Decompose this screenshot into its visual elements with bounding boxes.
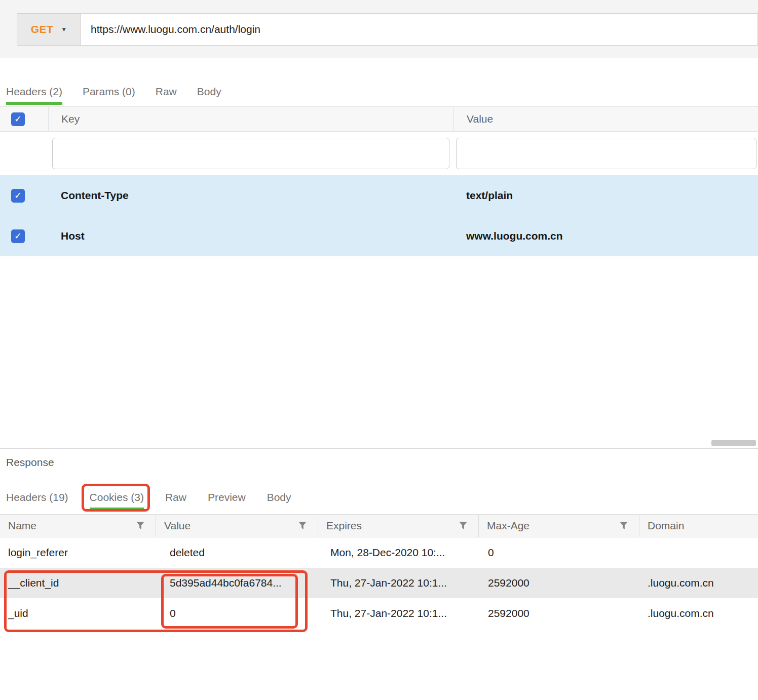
table-row[interactable]: __client_id 5d395ad44bc0fa6784... Thu, 2…	[0, 568, 758, 598]
header-key: Content-Type	[48, 189, 453, 202]
header-key: Host	[48, 230, 453, 242]
cookies-table: Name Value Expires Max-Age Domain login_…	[0, 514, 758, 629]
domain-column-header: Domain	[648, 520, 684, 532]
cookie-domain: .luogu.com.cn	[639, 607, 758, 619]
checkmark-icon: ✓	[14, 231, 22, 241]
tab-response-preview[interactable]: Preview	[208, 491, 246, 510]
cookies-table-header: Name Value Expires Max-Age Domain	[0, 514, 758, 537]
table-row[interactable]: ✓ Content-Type text/plain	[0, 175, 758, 216]
row-checkbox[interactable]: ✓	[11, 189, 25, 203]
horizontal-scrollbar-thumb[interactable]	[711, 440, 756, 446]
value-column-header: Value	[164, 520, 191, 532]
headers-filter-row	[0, 132, 758, 175]
request-headers-table: ✓ Key Value ✓ Content-Type text/plain	[0, 106, 758, 256]
tab-response-headers[interactable]: Headers (19)	[6, 491, 68, 510]
cookie-domain: .luogu.com.cn	[639, 577, 758, 589]
key-column-header: Key	[48, 107, 453, 131]
cookie-expires: Mon, 28-Dec-2020 10:...	[318, 547, 479, 559]
url-input[interactable]	[81, 13, 758, 46]
filter-icon[interactable]	[136, 522, 144, 530]
tab-params[interactable]: Params (0)	[83, 86, 135, 104]
table-row[interactable]: _uid 0 Thu, 27-Jan-2022 10:1... 2592000 …	[0, 598, 758, 629]
filter-icon[interactable]	[298, 522, 307, 530]
pane-splitter[interactable]	[0, 448, 758, 449]
cookie-name: _uid	[0, 607, 156, 619]
key-filter-input[interactable]	[52, 138, 449, 169]
max-age-column-header: Max-Age	[487, 520, 529, 532]
tab-response-cookies[interactable]: Cookies (3)	[90, 491, 144, 511]
value-column-header: Value	[453, 107, 758, 131]
headers-table-header: ✓ Key Value	[0, 106, 758, 132]
cookie-max-age: 0	[479, 547, 639, 559]
cookie-max-age: 2592000	[479, 607, 639, 619]
request-tabs: Headers (2) Params (0) Raw Body	[0, 58, 221, 104]
cookie-expires: Thu, 27-Jan-2022 10:1...	[318, 607, 479, 619]
cookie-name: __client_id	[0, 577, 156, 589]
checkmark-icon: ✓	[14, 191, 22, 200]
tab-response-body[interactable]: Body	[267, 491, 291, 510]
tab-raw[interactable]: Raw	[156, 86, 177, 104]
checkmark-icon: ✓	[14, 114, 22, 124]
name-column-header: Name	[8, 520, 36, 532]
expires-column-header: Expires	[326, 520, 362, 532]
method-dropdown[interactable]: GET ▼	[17, 13, 81, 46]
tab-response-cookies-label: Cookies (3)	[90, 491, 144, 503]
response-tabs: Headers (19) Cookies (3) Raw Preview Bod…	[0, 475, 291, 510]
chevron-down-icon: ▼	[61, 26, 67, 32]
response-section-label: Response	[6, 456, 54, 469]
cookie-max-age: 2592000	[479, 577, 639, 589]
table-row[interactable]: ✓ Host www.luogu.com.cn	[0, 216, 758, 256]
tab-response-raw[interactable]: Raw	[165, 491, 186, 510]
cookie-value: 0	[156, 607, 318, 619]
row-checkbox[interactable]: ✓	[11, 229, 25, 243]
request-url-bar: GET ▼	[0, 0, 758, 58]
value-filter-input[interactable]	[456, 138, 756, 169]
cookie-expires: Thu, 27-Jan-2022 10:1...	[318, 577, 479, 589]
cookie-value: deleted	[156, 547, 318, 559]
filter-icon[interactable]	[459, 522, 467, 530]
tab-headers[interactable]: Headers (2)	[6, 86, 62, 105]
cookie-value: 5d395ad44bc0fa6784...	[156, 577, 318, 589]
select-all-checkbox[interactable]: ✓	[11, 112, 25, 126]
header-value: text/plain	[453, 189, 758, 202]
rest-client-app: GET ▼ Headers (2) Params (0) Raw Body ✓ …	[0, 0, 758, 700]
filter-icon[interactable]	[620, 522, 628, 530]
header-value: www.luogu.com.cn	[453, 230, 758, 242]
table-row[interactable]: login_referer deleted Mon, 28-Dec-2020 1…	[0, 537, 758, 568]
tab-body[interactable]: Body	[197, 86, 221, 104]
method-label: GET	[31, 23, 53, 35]
cookie-name: login_referer	[0, 547, 156, 559]
